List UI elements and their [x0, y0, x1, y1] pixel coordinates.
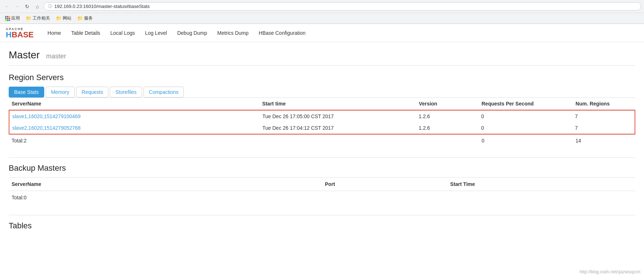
folder-icon-2: 📁 [56, 16, 62, 21]
logo-hbase-text: HBASE [6, 30, 34, 39]
tables-title: Tables [9, 221, 635, 231]
bookmark-website-label: 网站 [63, 15, 71, 21]
page-title-section: Master master [9, 49, 635, 66]
requests-cell-2: 0 [478, 122, 572, 134]
col-version: Version [416, 98, 479, 110]
bookmark-service[interactable]: 📁 服务 [75, 14, 95, 22]
start-time-cell-1: Tue Dec 26 17:05:00 CST 2017 [259, 111, 416, 122]
total-start-time [259, 135, 416, 147]
table-header-row: ServerName Start time Version Requests P… [9, 98, 635, 110]
url-text: 192.169.0.23:16010/master-status#baseSta… [54, 4, 150, 9]
backup-total-port [322, 191, 448, 204]
start-time-cell-2: Tue Dec 26 17:04:12 CST 2017 [259, 122, 416, 134]
backup-col-start-time: Start Time [447, 178, 635, 191]
col-requests-per-second: Requests Per Second [479, 98, 573, 110]
security-icon: ⓘ [48, 4, 52, 9]
tab-compactions[interactable]: Compactions [144, 87, 184, 97]
backup-col-servername: ServerName [9, 178, 322, 191]
total-label: Total:2 [9, 135, 259, 147]
page-title-sub: master [46, 53, 66, 60]
table-row: slave2,16020,1514279052768 Tue Dec 26 17… [9, 122, 635, 134]
backup-col-port: Port [322, 178, 448, 191]
regions-cell-1: 7 [572, 111, 635, 122]
table-row: slave1,16020,1514279100469 Tue Dec 26 17… [9, 111, 635, 122]
back-button[interactable]: ← [3, 3, 11, 11]
server-link-2[interactable]: slave2,16020,1514279052768 [12, 125, 80, 131]
home-button[interactable]: ⌂ [33, 3, 41, 11]
address-bar[interactable]: ⓘ 192.169.0.23:16010/master-status#baseS… [43, 2, 641, 11]
tab-storefiles[interactable]: Storefiles [110, 87, 142, 97]
app-nav: APACHE HBASE Home Table Details Local Lo… [0, 24, 644, 42]
apps-label: 应用 [11, 15, 20, 21]
region-servers-section: Region Servers Base Stats Memory Request… [9, 73, 635, 146]
total-requests: 0 [479, 135, 573, 147]
main-content: Master master Region Servers Base Stats … [0, 42, 644, 249]
tab-requests[interactable]: Requests [76, 87, 108, 97]
region-servers-table-wrapper: ServerName Start time Version Requests P… [9, 97, 635, 146]
backup-masters-title: Backup Masters [9, 163, 635, 173]
nav-table-details[interactable]: Table Details [66, 24, 105, 42]
server-name-cell-1: slave1,16020,1514279100469 [9, 111, 259, 122]
backup-masters-table: ServerName Port Start Time Total:0 [9, 177, 635, 204]
bookmarks-bar: 应用 📁 工作相关 📁 网站 📁 服务 [0, 13, 644, 24]
backup-total-label: Total:0 [9, 191, 322, 204]
nav-metrics-dump[interactable]: Metrics Dump [212, 24, 253, 42]
col-start-time: Start time [259, 98, 416, 110]
server-link-1[interactable]: slave1,16020,1514279100469 [12, 113, 80, 119]
tables-section: Tables [9, 215, 635, 231]
bookmark-work[interactable]: 📁 工作相关 [24, 14, 52, 22]
apps-grid-icon [5, 16, 10, 21]
page-title-main: Master [9, 49, 40, 61]
nav-home[interactable]: Home [42, 24, 66, 42]
bookmark-apps[interactable]: 应用 [3, 14, 22, 22]
total-version [416, 135, 479, 147]
bookmark-website[interactable]: 📁 网站 [54, 14, 74, 22]
folder-icon-3: 📁 [77, 16, 83, 21]
total-table: Total:2 0 14 [9, 134, 635, 146]
col-num-regions: Num. Regions [573, 98, 635, 110]
total-row: Total:2 0 14 [9, 135, 635, 147]
tab-memory[interactable]: Memory [46, 87, 75, 97]
version-cell-1: 1.2.6 [416, 111, 478, 122]
requests-cell-1: 0 [478, 111, 572, 122]
bookmark-service-label: 服务 [84, 15, 93, 21]
nav-local-logs[interactable]: Local Logs [105, 24, 140, 42]
backup-total-start-time [447, 191, 635, 204]
browser-chrome: ← → ↻ ⌂ ⓘ 192.169.0.23:16010/master-stat… [0, 0, 644, 24]
tab-base-stats[interactable]: Base Stats [9, 87, 44, 97]
region-servers-tabs: Base Stats Memory Requests Storefiles Co… [9, 87, 635, 97]
nav-log-level[interactable]: Log Level [140, 24, 172, 42]
highlighted-rows-block: slave1,16020,1514279100469 Tue Dec 26 17… [9, 110, 635, 134]
total-regions: 14 [573, 135, 635, 147]
regions-cell-2: 7 [572, 122, 635, 134]
hbase-logo: APACHE HBASE [6, 27, 34, 39]
nav-debug-dump[interactable]: Debug Dump [172, 24, 212, 42]
reload-button[interactable]: ↻ [23, 3, 31, 11]
nav-links: Home Table Details Local Logs Log Level … [42, 24, 311, 42]
region-servers-table: ServerName Start time Version Requests P… [9, 97, 635, 110]
region-servers-title: Region Servers [9, 73, 635, 82]
highlighted-table: slave1,16020,1514279100469 Tue Dec 26 17… [9, 111, 635, 134]
version-cell-2: 1.2.6 [416, 122, 478, 134]
backup-total-row: Total:0 [9, 191, 635, 204]
backup-masters-section: Backup Masters ServerName Port Start Tim… [9, 157, 635, 204]
page-title: Master master [9, 49, 635, 61]
bookmark-work-label: 工作相关 [33, 15, 50, 21]
backup-header-row: ServerName Port Start Time [9, 178, 635, 191]
col-server-name: ServerName [9, 98, 259, 110]
nav-hbase-config[interactable]: HBase Configuration [254, 24, 311, 42]
browser-toolbar: ← → ↻ ⌂ ⓘ 192.169.0.23:16010/master-stat… [0, 0, 644, 13]
folder-icon-1: 📁 [26, 16, 32, 21]
server-name-cell-2: slave2,16020,1514279052768 [9, 122, 259, 134]
forward-button[interactable]: → [13, 3, 21, 11]
